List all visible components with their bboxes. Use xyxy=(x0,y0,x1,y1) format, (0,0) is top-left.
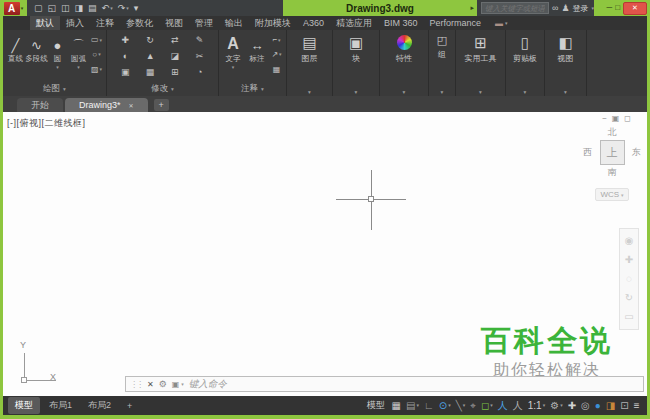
panel-expand-properties[interactable]: ▾ xyxy=(380,89,428,95)
annotation-visibility-icon[interactable]: 人 xyxy=(495,401,510,411)
orbit-icon[interactable]: ↻ xyxy=(625,293,633,303)
pan-icon[interactable]: ✚ xyxy=(625,255,633,265)
close-button[interactable]: ✕ xyxy=(623,2,647,15)
polyline-tool[interactable]: ∿ 多段线 xyxy=(26,31,47,79)
panel-expand-clipboard[interactable]: ▾ xyxy=(506,89,544,95)
trim-icon[interactable]: ⇄ xyxy=(171,36,179,45)
command-drag-handle[interactable]: ⋮⋮ xyxy=(130,380,142,389)
layers-button[interactable]: ▤ 图层 xyxy=(302,35,318,64)
move-icon[interactable]: ✚ xyxy=(122,36,130,45)
new-file-icon[interactable]: ▢ xyxy=(34,4,43,13)
fillet-icon[interactable]: ◪ xyxy=(171,52,180,61)
tab-a360[interactable]: A360 xyxy=(297,16,330,30)
circle-tool[interactable]: ● 圆 ▾ xyxy=(47,31,68,79)
erase-icon[interactable]: ✎ xyxy=(196,36,204,45)
autoscale-icon[interactable]: 人 xyxy=(510,401,525,411)
polar-tracking-icon[interactable]: ⊙ ▾ xyxy=(436,401,453,411)
tab-bim360[interactable]: BIM 360 xyxy=(378,16,424,30)
properties-button[interactable]: 特性 xyxy=(396,35,412,64)
ellipse-tool-icon[interactable]: ○▾ xyxy=(92,51,100,59)
tab-addins[interactable]: 附加模块 xyxy=(249,16,297,30)
tab-insert[interactable]: 插入 xyxy=(60,16,90,30)
panel-expand-utilities[interactable]: ▾ xyxy=(456,89,505,95)
file-tab-start[interactable]: 开始 xyxy=(17,98,63,112)
panel-expand-layers[interactable]: ▾ xyxy=(287,89,332,95)
table-icon[interactable]: ▦ xyxy=(273,66,281,74)
panel-label-modify[interactable]: 修改▾ xyxy=(107,83,218,95)
view-button[interactable]: ◧ 视图 xyxy=(558,35,574,64)
qat-customize-icon[interactable]: ▾ xyxy=(134,4,139,13)
command-close-icon[interactable]: ✕ xyxy=(147,380,154,389)
osnap-tracking-icon[interactable]: ⌖ xyxy=(468,401,479,411)
stretch-icon[interactable]: ▣ xyxy=(121,68,130,77)
user-icon[interactable]: ♟ xyxy=(561,4,569,13)
tab-view[interactable]: 视图 xyxy=(159,16,189,30)
title-tab[interactable]: Drawing3.dwg ▸ xyxy=(283,0,477,16)
scale-icon[interactable]: ▦ xyxy=(146,68,155,77)
dimension-tool[interactable]: ↔ 标注 xyxy=(245,31,269,79)
tab-output[interactable]: 输出 xyxy=(219,16,249,30)
panel-label-draw[interactable]: 绘图▾ xyxy=(3,83,106,95)
mirror-icon[interactable]: ▲ xyxy=(146,52,155,61)
array-icon[interactable]: ⊞ xyxy=(171,68,179,77)
rectangle-tool-icon[interactable]: ▭▾ xyxy=(91,36,102,44)
tab-annotate[interactable]: 注释 xyxy=(90,16,120,30)
wcs-menu[interactable]: WCS▾ xyxy=(595,188,628,201)
block-button[interactable]: ▣ 块 xyxy=(349,35,363,64)
copy-icon[interactable]: ◐ xyxy=(123,52,128,61)
command-input[interactable]: 键入命令 xyxy=(189,378,227,391)
autocad-logo[interactable]: A xyxy=(4,2,20,15)
annotation-scale[interactable]: 1:1 ▾ xyxy=(525,401,547,411)
explode-icon[interactable]: ✂ xyxy=(196,52,204,61)
recent-commands-icon[interactable]: ▣▾ xyxy=(172,380,184,389)
viewport-minimize-icon[interactable]: − xyxy=(602,114,607,123)
command-line[interactable]: ⋮⋮ ✕ ⚙ ▣▾ 键入命令 xyxy=(125,376,644,392)
app-menu-caret-icon[interactable]: ▾ xyxy=(21,5,24,11)
tab-performance[interactable]: Performance xyxy=(424,16,488,30)
open-folder-icon[interactable]: ◱ xyxy=(48,4,57,13)
ortho-icon[interactable]: ∟ xyxy=(422,401,437,411)
rotate-icon[interactable]: ↻ xyxy=(146,36,154,45)
viewcube-top-face[interactable]: 上 xyxy=(600,140,625,165)
clipboard-button[interactable]: ▯ 剪贴板 xyxy=(513,35,537,64)
file-tab-close-icon[interactable]: ✕ xyxy=(129,102,134,109)
media-browser-icon[interactable]: ▬▾ xyxy=(487,16,516,30)
viewport-controls[interactable]: [-][俯视][二维线框] xyxy=(7,117,86,130)
save-icon[interactable]: ◫ xyxy=(61,4,70,13)
offset-icon[interactable]: ◔ xyxy=(197,68,202,77)
tab-manage[interactable]: 管理 xyxy=(189,16,219,30)
panel-expand-block[interactable]: ▾ xyxy=(333,89,379,95)
hatch-tool-icon[interactable]: ▨▾ xyxy=(91,66,102,74)
viewcube-west[interactable]: 西 xyxy=(583,146,592,159)
tab-featured-apps[interactable]: 精选应用 xyxy=(330,16,378,30)
display-icon[interactable]: ⊡ xyxy=(618,401,631,411)
layout2-tab[interactable]: 布局2 xyxy=(81,397,118,414)
drawing-canvas[interactable]: [-][俯视][二维线框] −▣◻ 北 西 上 东 南 WCS▾ ◉✚◌↻▭ Y… xyxy=(3,112,647,396)
workspace-icon[interactable]: ⚙ ▾ xyxy=(548,401,565,411)
showmotion-icon[interactable]: ▭ xyxy=(624,312,633,322)
viewcube-east[interactable]: 东 xyxy=(632,146,641,159)
clean-screen-icon[interactable]: ◨ xyxy=(603,401,617,411)
customize-icon[interactable]: ≡ xyxy=(631,401,642,411)
utilities-button[interactable]: ⊞ 实用工具 xyxy=(465,35,497,64)
viewport-maximize-icon[interactable]: ◻ xyxy=(624,114,631,123)
new-layout-tab[interactable]: + xyxy=(120,399,139,413)
tab-default[interactable]: 默认 xyxy=(30,16,60,30)
title-expand-icon[interactable]: ▸ xyxy=(470,4,474,12)
signin-button[interactable]: 登录 xyxy=(573,3,589,14)
grid-icon[interactable]: ▦ xyxy=(389,401,403,411)
search-input[interactable] xyxy=(481,2,549,14)
group-button[interactable]: ◰ 组 xyxy=(437,35,447,60)
navigation-wheel-icon[interactable]: ◉ xyxy=(625,236,634,246)
crosshair-toggle-icon[interactable]: ✚ xyxy=(565,401,578,411)
layout1-tab[interactable]: 布局1 xyxy=(42,397,79,414)
viewport-restore-icon[interactable]: ▣ xyxy=(612,114,620,123)
new-drawing-button[interactable]: + xyxy=(154,99,169,111)
line-tool[interactable]: ╱ 直线 xyxy=(5,31,26,79)
maximize-button[interactable]: □ xyxy=(615,4,620,12)
tab-parametric[interactable]: 参数化 xyxy=(120,16,159,30)
leader-icon[interactable]: ⌐▾ xyxy=(272,36,280,44)
text-tool[interactable]: A 文字 ▾ xyxy=(221,31,245,79)
model-space-label[interactable]: 模型 xyxy=(367,399,385,412)
plot-icon[interactable]: ▤ xyxy=(88,4,97,13)
